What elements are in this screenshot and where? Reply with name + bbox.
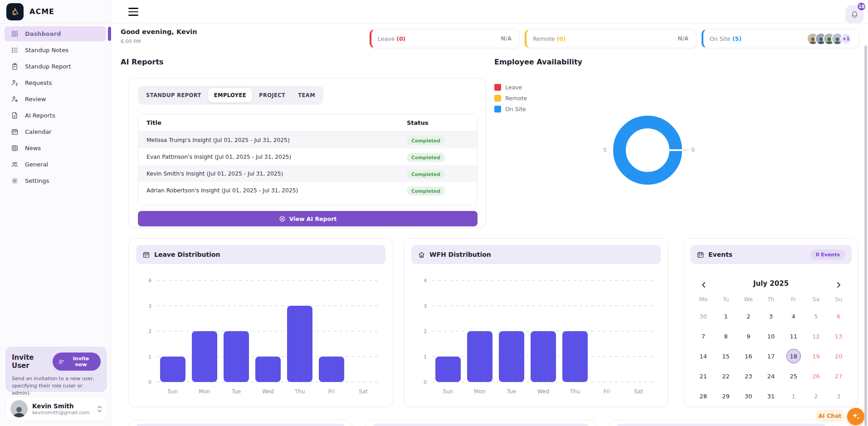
gear-icon [11,177,19,185]
y-axis-tick: 4 [414,278,427,284]
calendar-day-29[interactable]: 29 [715,387,737,405]
status-card-count: (5) [732,35,741,42]
bar[interactable] [160,357,185,382]
calendar-day-4[interactable]: 4 [782,308,805,325]
table-row[interactable]: Melissa Trump's Insight (Jul 01, 2025 - … [138,132,477,148]
calendar-day-1[interactable]: 1 [782,387,805,405]
sidebar-item-settings[interactable]: Settings [5,173,106,188]
table-row[interactable]: Evan Pattinson's Insight (Jul 01, 2025 -… [138,148,477,165]
calendar-day-16[interactable]: 16 [737,348,760,365]
calendar-day-17[interactable]: 17 [760,348,782,365]
status-card-remote[interactable]: Remote(0)N/A [525,29,696,48]
calendar-day-30[interactable]: 30 [737,387,760,405]
user-profile-card[interactable]: Kevin Smith kevinsmith@gmail.com [5,397,107,421]
sidebar-item-general[interactable]: General [5,157,106,172]
calendar-day-11[interactable]: 11 [782,328,805,345]
legend-swatch [494,106,501,113]
eye-icon [279,215,286,222]
calendar-day-2[interactable]: 2 [805,387,828,405]
vertical-scrollbar[interactable] [864,45,867,426]
user-plus-icon [58,359,64,365]
sidebar-item-calendar[interactable]: Calendar [5,124,106,139]
calendar-day-7[interactable]: 7 [692,328,715,345]
menu-icon[interactable] [128,8,138,18]
tab-team[interactable]: TEAM [292,88,321,103]
calendar-day-1[interactable]: 1 [715,308,737,325]
x-axis-label: Thu [559,388,591,395]
view-ai-report-button[interactable]: View AI Report [138,211,478,226]
bar-column-tue: Tue [220,280,252,382]
calendar-next-button[interactable] [834,280,844,290]
bar[interactable] [499,331,524,382]
calendar-day-30[interactable]: 30 [692,308,715,325]
weekday-label: We [737,296,760,303]
calendar-day-10[interactable]: 10 [760,328,782,345]
avatar [10,400,28,417]
calendar-day-14[interactable]: 14 [692,348,715,365]
table-row[interactable]: Kevin Smith's Insight (Jul 01, 2025 - Ju… [138,165,477,182]
status-badge: Completed [407,153,445,162]
bar-column-sat: Sat [623,280,654,382]
calendar-day-26[interactable]: 26 [805,367,828,385]
calendar-day-12[interactable]: 12 [805,328,828,345]
calendar-day-22[interactable]: 22 [715,367,737,385]
calendar-day-5[interactable]: 5 [805,308,828,325]
tab-employee[interactable]: EMPLOYEE [208,88,252,103]
calendar-day-2[interactable]: 2 [737,308,760,325]
ai-chat-button[interactable] [847,408,864,425]
weekday-label: Th [760,296,782,303]
status-card-on-site[interactable]: On Site(5)+1 [702,29,859,48]
calendar-day-15[interactable]: 15 [715,348,737,365]
tab-standup-report[interactable]: STANDUP REPORT [140,88,207,103]
status-card-leave[interactable]: Leave(0)N/A [370,29,519,48]
leave-distribution-title: Leave Distribution [154,251,220,258]
legend-item-leave[interactable]: Leave [494,82,527,93]
calendar-day-18-selected[interactable]: 18 [782,348,805,365]
greeting-time: 6:00 PM [121,39,141,44]
bar-column-fri: Fri [316,280,347,382]
sidebar-item-ai-reports[interactable]: AI Reports [5,108,106,123]
calendar-day-20[interactable]: 20 [827,348,850,365]
tab-project[interactable]: PROJECT [253,88,291,103]
bar[interactable] [192,331,217,382]
calendar-day-24[interactable]: 24 [760,367,782,385]
bar[interactable] [319,357,344,382]
sidebar-item-review[interactable]: Review [5,92,106,107]
bar[interactable] [287,306,312,382]
bar-column-thu: Thu [559,280,591,382]
bar[interactable] [224,331,249,382]
calendar-day-28[interactable]: 28 [692,387,715,405]
sidebar-item-news[interactable]: News [5,141,106,156]
legend-item-remote[interactable]: Remote [494,93,527,103]
bar[interactable] [562,331,588,382]
invite-now-button[interactable]: Invite now [53,353,101,371]
bar[interactable] [467,331,493,382]
calendar-day-3[interactable]: 3 [760,308,782,325]
calendar-day-9[interactable]: 9 [737,328,760,345]
calendar-day-19[interactable]: 19 [805,348,828,365]
sidebar-item-standup-report[interactable]: Standup Report [5,59,106,74]
calendar-day-3[interactable]: 3 [827,387,850,405]
sidebar-item-requests[interactable]: Requests [5,75,106,90]
sidebar-item-dashboard[interactable]: Dashboard [5,26,106,41]
sidebar-item-label: Review [25,96,46,103]
bar[interactable] [531,331,556,382]
logo-row: ACME [0,0,111,24]
report-title: Evan Pattinson's Insight (Jul 01, 2025 -… [146,154,407,160]
chevron-updown-icon[interactable] [97,406,102,412]
bar[interactable] [435,357,461,382]
calendar-day-8[interactable]: 8 [715,328,737,345]
calendar-day-23[interactable]: 23 [737,367,760,385]
legend-item-on-site[interactable]: On Site [494,103,527,114]
sidebar-item-standup-notes[interactable]: Standup Notes [5,43,106,58]
y-axis-tick: 3 [139,303,151,309]
bar[interactable] [255,357,281,382]
table-row[interactable]: Adrian Robertson's Insight (Jul 01, 2025… [138,182,477,199]
calendar-day-27[interactable]: 27 [827,367,850,385]
calendar-day-6[interactable]: 6 [827,308,850,325]
calendar-day-31[interactable]: 31 [760,387,782,405]
calendar-day-25[interactable]: 25 [782,367,805,385]
status-badge: Completed [407,170,445,179]
calendar-day-21[interactable]: 21 [692,367,715,385]
calendar-day-13[interactable]: 13 [827,328,850,345]
